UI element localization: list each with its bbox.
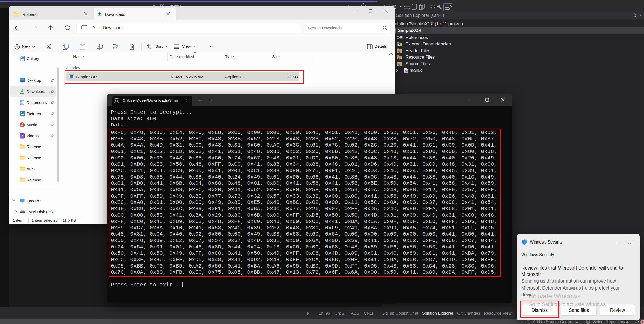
svg-text:W: W: [587, 321, 589, 323]
svg-text:C: C: [405, 70, 407, 72]
svg-text:A: A: [98, 46, 99, 48]
svg-text:C:\: C:\: [115, 100, 118, 102]
